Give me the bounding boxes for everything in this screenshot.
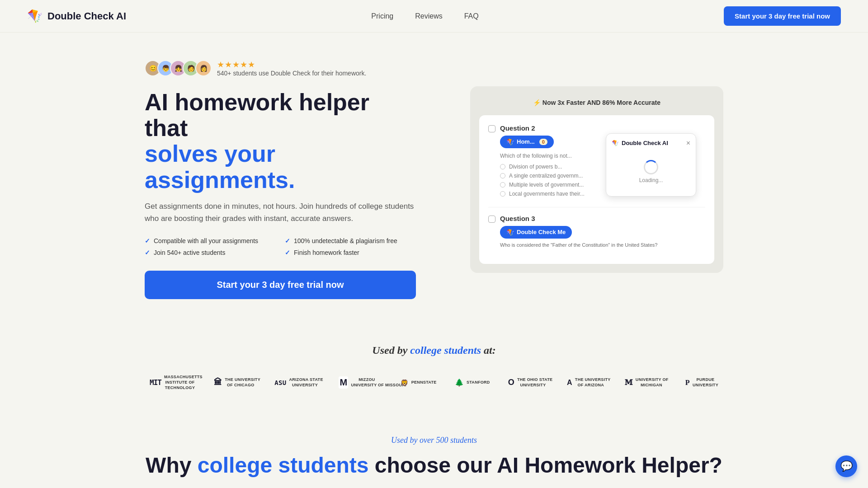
bottom-heading-suffix: choose our AI Homework Helper? [375, 453, 722, 477]
chicago-icon: 🏛 [214, 378, 222, 387]
q3-title: Question 3 [500, 215, 705, 222]
q2-btn-number: 0 [539, 139, 547, 145]
check-label-1: Compatible with all your assignments [154, 237, 258, 244]
check-icon-1: ✓ [145, 237, 150, 244]
hero-left: 😊 👦 👧 🧑 👩 ★★★★★ 540+ students use Double… [145, 60, 416, 299]
logo-stanford: 🌲 Stanford [455, 378, 490, 387]
michigan-text: UNIVERSITY OFMICHIGAN [636, 377, 667, 388]
social-proof-text: 540+ students use Double Check for their… [217, 70, 366, 77]
hero-cta-button[interactable]: Start your 3 day free trial now [145, 271, 416, 299]
question2-row: Question 2 🪁 Hom... 0 Which of the follo… [488, 124, 705, 200]
logo-purdue: P PURDUEUNIVERSITY [685, 377, 718, 388]
logo-mit: MIT MassachusettsInstitute ofTechnology [150, 375, 196, 390]
bottom-heading: Why college students choose our AI Homew… [27, 452, 841, 479]
purdue-icon: P [685, 379, 690, 387]
chat-bubble-icon: 💬 [840, 460, 853, 472]
logo-pennstate: 🦁 PennState [401, 379, 436, 386]
q2-btn-icon: 🪁 [506, 138, 514, 145]
q3-checkbox[interactable] [488, 216, 495, 223]
stanford-text: Stanford [467, 380, 490, 385]
check-item-4: ✓ Finish homework faster [285, 249, 416, 256]
nav-link-faq[interactable]: FAQ [464, 12, 479, 20]
q3-text: Who is considered the "Father of the Con… [500, 242, 705, 248]
logos-heading-italic: college students [410, 344, 481, 356]
logo-mizzou: M MizzouUniversity of Missouri [339, 376, 382, 389]
bottom-section: Used by over 500 students Why college st… [0, 408, 868, 488]
checklist: ✓ Compatible with all your assignments ✓… [145, 237, 416, 256]
q2-radio-3[interactable] [500, 182, 505, 188]
nav-links: Pricing Reviews FAQ [371, 12, 478, 20]
logo-icon: 🪁 [27, 9, 43, 23]
loading-text: Loading... [639, 177, 663, 183]
bottom-heading-prefix: Why [146, 453, 191, 477]
avatar-5: 👩 [195, 60, 212, 76]
logos-row: MIT MassachusettsInstitute ofTechnology … [27, 375, 841, 390]
check-label-2: 100% undetectable & plagiarism free [294, 237, 397, 244]
asu-icon: ASU [274, 379, 286, 386]
logos-heading: Used by college students at: [27, 344, 841, 357]
mockup-wrapper: ⚡ Now 3x Faster AND 86% More Accurate Qu… [470, 86, 723, 273]
navbar: 🪁 Double Check AI Pricing Reviews FAQ St… [0, 0, 868, 33]
logo-arizona: A THE UNIVERSITYOF ARIZONA [567, 377, 607, 388]
mit-text: MassachusettsInstitute ofTechnology [164, 375, 196, 390]
logo-text: Double Check AI [47, 10, 126, 22]
mizzou-icon: M [339, 376, 348, 389]
avatars: 😊 👦 👧 🧑 👩 [145, 60, 212, 76]
check-icon-4: ✓ [285, 249, 290, 256]
ai-popup-close-button[interactable]: × [686, 139, 690, 147]
q2-radio-1[interactable] [500, 164, 505, 169]
chat-bubble-button[interactable]: 💬 [835, 455, 857, 477]
bottom-heading-blue: college students [198, 453, 369, 477]
check-item-2: ✓ 100% undetectable & plagiarism free [285, 237, 416, 244]
check-label-4: Finish homework faster [294, 249, 359, 256]
hero-section: 😊 👦 👧 🧑 👩 ★★★★★ 540+ students use Double… [118, 33, 750, 317]
check-item-3: ✓ Join 540+ active students [145, 249, 276, 256]
q2-check-button[interactable]: 🪁 Hom... 0 [500, 136, 554, 148]
logos-heading-plain: Used by [372, 344, 407, 356]
stanford-icon: 🌲 [455, 378, 464, 387]
headline-line2: solves your assignments. [145, 141, 295, 192]
hero-description: Get assignments done in minutes, not hou… [145, 200, 416, 225]
chicago-text: THE UNIVERSITYOF CHICAGO [225, 377, 256, 388]
star-rating: ★★★★★ [217, 60, 366, 70]
q3-btn-icon: 🪁 [506, 229, 514, 236]
nav-cta-button[interactable]: Start your 3 day free trial now [724, 6, 841, 26]
ai-loading: Loading... [612, 153, 690, 191]
nav-link-reviews[interactable]: Reviews [415, 12, 442, 20]
arizona-text: THE UNIVERSITYOF ARIZONA [575, 377, 607, 388]
logo-ohio: O THE OHIO STATEUNIVERSITY [508, 377, 549, 388]
ohio-text: THE OHIO STATEUNIVERSITY [517, 377, 549, 388]
purdue-text: PURDUEUNIVERSITY [693, 377, 718, 388]
arizona-icon: A [567, 379, 572, 387]
q2-radio-4[interactable] [500, 191, 505, 197]
q3-check-button[interactable]: 🪁 Double Check Me [500, 226, 572, 239]
q3-btn-label: Double Check Me [517, 229, 566, 235]
mizzou-text: MizzouUniversity of Missouri [351, 377, 382, 388]
mockup-card: Question 2 🪁 Hom... 0 Which of the follo… [479, 115, 714, 264]
nav-logo[interactable]: 🪁 Double Check AI [27, 9, 126, 23]
q2-checkbox[interactable] [488, 125, 495, 132]
logo-asu: ASU Arizona StateUniversity [274, 377, 321, 388]
headline-line1: AI homework helper that [145, 89, 369, 141]
loading-spinner [644, 160, 658, 174]
ai-popup-title: 🪁 Double Check AI [612, 140, 668, 146]
check-label-3: Join 540+ active students [154, 249, 225, 256]
q2-radio-2[interactable] [500, 173, 505, 178]
q2-title: Question 2 [500, 124, 705, 132]
logos-section: Used by college students at: MIT Massach… [0, 317, 868, 408]
logos-heading-suffix: at: [484, 344, 496, 356]
check-icon-2: ✓ [285, 237, 290, 244]
ai-popup: 🪁 Double Check AI × Loading... [606, 133, 696, 197]
logo-michigan: 𝕄 UNIVERSITY OFMICHIGAN [625, 377, 667, 388]
hero-headline: AI homework helper that solves your assi… [145, 89, 416, 193]
pennstate-icon: 🦁 [401, 379, 408, 386]
check-item-1: ✓ Compatible with all your assignments [145, 237, 276, 244]
hero-right: ⚡ Now 3x Faster AND 86% More Accurate Qu… [470, 86, 723, 273]
nav-link-pricing[interactable]: Pricing [371, 12, 393, 20]
mit-icon: MIT [150, 378, 161, 387]
question-divider [488, 207, 705, 207]
bottom-label: Used by over 500 students [27, 436, 841, 445]
mockup-top-bar: ⚡ Now 3x Faster AND 86% More Accurate [479, 95, 714, 110]
ai-popup-header: 🪁 Double Check AI × [612, 139, 690, 147]
pennstate-text: PennState [411, 380, 437, 385]
